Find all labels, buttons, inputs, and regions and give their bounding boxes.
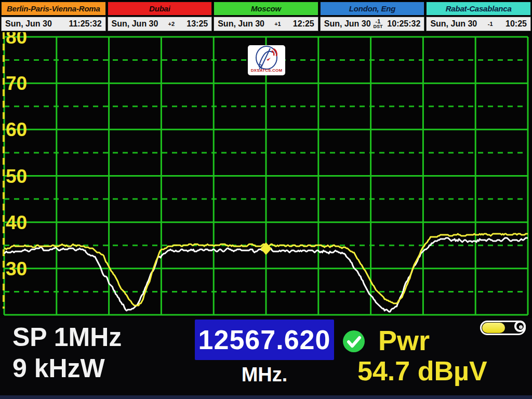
clock-london: London, Eng Sun, Jun 30 -1DST 10:25:32	[320, 2, 425, 31]
time-cell-moscow: Sun, Jun 30 +1 12:25	[214, 17, 318, 31]
city-tab-dubai[interactable]: Dubai	[108, 2, 212, 16]
clock-utc-offset: -1	[488, 21, 493, 23]
clock-utc-offset-dst: -1DST	[373, 19, 382, 25]
city-tab-rabat[interactable]: Rabat-Casablanca	[426, 2, 531, 16]
bandwidth-setting: 9 kHzW	[12, 355, 105, 381]
spectrum-plot: 807060504030 DXSATCS.COM	[0, 32, 532, 318]
clock-time: 13:25	[187, 19, 208, 29]
dxsatcs-logo: DXSATCS.COM	[248, 45, 285, 75]
power-label: Pwr	[378, 326, 430, 354]
power-toggle[interactable]	[480, 321, 526, 335]
clock-time: 12:25	[293, 19, 314, 29]
y-tick-label: 30	[6, 258, 27, 280]
clock-dubai: Dubai Sun, Jun 30 +2 13:25	[108, 2, 212, 31]
city-tab-moscow[interactable]: Moscow	[214, 2, 318, 16]
frequency-unit: MHz.	[195, 364, 334, 386]
time-cell-dubai: Sun, Jun 30 +2 13:25	[108, 17, 212, 31]
logo-text: DXSATCS.COM	[251, 69, 283, 73]
y-tick-label: 60	[6, 119, 27, 140]
y-tick-label: 70	[6, 73, 27, 94]
frequency-value: 12567.620	[198, 324, 331, 355]
y-tick-label: 80	[6, 32, 27, 48]
clock-utc-offset: +2	[168, 21, 175, 23]
clock-moscow: Moscow Sun, Jun 30 +1 12:25	[214, 2, 318, 31]
clock-time: 10:25	[506, 19, 527, 29]
signal-meter-screen: Berlin-Paris-Vienna-Roma Sun, Jun 30 11:…	[0, 0, 532, 399]
toggle-ring-inner-icon	[519, 325, 523, 329]
y-tick-label: 50	[6, 166, 27, 187]
readout-bar: SP 1MHz 9 kHzW 12567.620 MHz. Pwr 54.7 d…	[0, 318, 532, 399]
y-tick-label: 40	[6, 212, 27, 233]
clock-utc-offset: +1	[274, 21, 281, 23]
clock-date: Sun, Jun 30	[218, 19, 264, 29]
power-value: 54.7 dBµV	[357, 357, 487, 384]
frequency-display[interactable]: 12567.620	[195, 320, 334, 360]
toggle-knob	[482, 323, 505, 333]
clock-time: 11:25:32	[69, 19, 101, 29]
lock-check-icon	[342, 330, 365, 353]
clock-berlin: Berlin-Paris-Vienna-Roma Sun, Jun 30 11:…	[1, 2, 106, 31]
satellite-dish-icon	[248, 45, 285, 70]
clock-date: Sun, Jun 30	[324, 19, 371, 29]
clock-time: 10:25:32	[387, 19, 420, 29]
clock-date: Sun, Jun 30	[112, 19, 158, 29]
clock-date: Sun, Jun 30	[5, 19, 52, 29]
time-cell-berlin: Sun, Jun 30 11:25:32	[1, 17, 106, 31]
clock-date: Sun, Jun 30	[430, 19, 477, 29]
clock-rabat: Rabat-Casablanca Sun, Jun 30 -1 10:25	[426, 2, 531, 31]
time-cell-rabat: Sun, Jun 30 -1 10:25	[426, 17, 531, 31]
world-clock-bar: Berlin-Paris-Vienna-Roma Sun, Jun 30 11:…	[0, 0, 532, 32]
city-tab-london[interactable]: London, Eng	[320, 2, 425, 16]
span-setting: SP 1MHz	[12, 324, 122, 350]
time-cell-london: Sun, Jun 30 -1DST 10:25:32	[320, 17, 425, 31]
city-tab-berlin[interactable]: Berlin-Paris-Vienna-Roma	[1, 2, 106, 16]
